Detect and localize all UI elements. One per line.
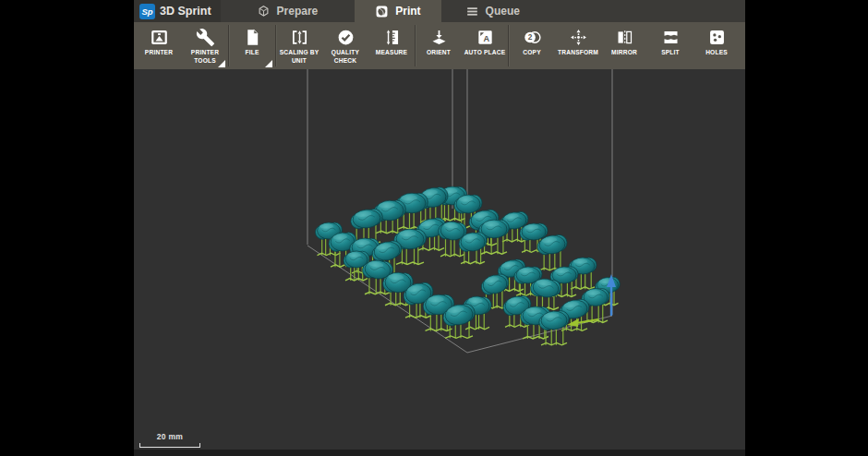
scale-bar-label: 20 mm <box>139 432 200 441</box>
tab-queue-label: Queue <box>486 5 520 18</box>
measure-button[interactable]: MEASURE <box>368 22 415 69</box>
printer-button[interactable]: PRINTER <box>136 22 182 69</box>
printer-icon <box>150 28 169 47</box>
file-button[interactable]: FILE <box>229 22 275 69</box>
tab-print-label: Print <box>395 5 420 18</box>
toolbar: PRINTERPRINTER TOOLS FILE SCALING BY UNI… <box>134 22 745 69</box>
orient-button[interactable]: ORIENT <box>416 22 462 69</box>
quality-check-button[interactable]: QUALITY CHECK <box>322 22 368 69</box>
scale-bar: 20 mm <box>139 432 200 448</box>
toolbar-button-label: SPLIT <box>661 49 680 57</box>
toolbar-button-label: PRINTER <box>145 49 173 57</box>
toolbar-button-label: COPY <box>523 49 541 57</box>
toolbar-button-label: AUTO PLACE <box>464 49 506 57</box>
mirror-button[interactable]: MIRROR <box>601 22 647 69</box>
auto-place-icon: A <box>476 28 495 47</box>
toolbar-button-label: ORIENT <box>427 49 451 57</box>
printer-tools-button[interactable]: PRINTER TOOLS <box>182 22 228 69</box>
screenshot-root: Sp 3D Sprint Prepare <box>0 0 868 456</box>
toolbar-button-label: HOLES <box>705 49 728 57</box>
dropdown-corner-icon[interactable] <box>218 60 225 67</box>
menu-icon <box>465 5 479 18</box>
orient-icon <box>429 28 449 47</box>
tab-print[interactable]: Print <box>355 0 440 22</box>
transform-icon <box>569 28 588 47</box>
build-scene <box>134 69 745 456</box>
split-button[interactable]: SPLIT <box>647 22 693 69</box>
wrench-icon <box>196 28 215 47</box>
split-icon <box>661 28 681 47</box>
scaling-by-unit-button[interactable]: SCALING BY UNIT <box>276 22 322 69</box>
toolbar-button-label: MEASURE <box>376 49 407 57</box>
measure-icon <box>382 28 402 47</box>
toolbar-button-label: SCALING BY UNIT <box>277 49 321 65</box>
viewport-3d[interactable]: 20 mm <box>134 69 745 456</box>
copy-button[interactable]: 2COPY <box>509 22 555 69</box>
scale-bar-bracket <box>139 443 200 448</box>
tab-queue[interactable]: Queue <box>454 0 531 22</box>
svg-text:2: 2 <box>527 32 532 42</box>
tab-bar: Sp 3D Sprint Prepare <box>134 0 745 22</box>
app-brand: Sp 3D Sprint <box>134 0 221 22</box>
tab-prepare-label: Prepare <box>277 5 319 18</box>
dropdown-corner-icon[interactable] <box>265 60 272 67</box>
copy-icon: 2 <box>523 28 542 47</box>
holes-icon <box>707 28 727 47</box>
auto-place-button[interactable]: AAUTO PLACE <box>462 22 508 69</box>
sphere-icon <box>375 5 389 18</box>
cube-icon <box>257 5 271 18</box>
toolbar-button-label: MIRROR <box>611 49 637 57</box>
file-icon <box>243 28 262 47</box>
quality-check-icon <box>336 28 356 47</box>
mirror-icon <box>615 28 634 47</box>
viewport-bottom-edge <box>134 450 745 456</box>
app-title: 3D Sprint <box>160 5 211 18</box>
toolbar-button-label: QUALITY CHECK <box>323 49 368 65</box>
app-logo-icon: Sp <box>139 4 155 19</box>
toolbar-button-label: TRANSFORM <box>558 49 598 57</box>
toolbar-button-label: FILE <box>245 49 259 57</box>
tab-prepare[interactable]: Prepare <box>246 0 330 22</box>
transform-button[interactable]: TRANSFORM <box>555 22 601 69</box>
holes-button[interactable]: HOLES <box>693 22 740 69</box>
app-window: Sp 3D Sprint Prepare <box>134 0 745 456</box>
scaling-icon <box>290 28 309 47</box>
svg-text:A: A <box>483 34 489 43</box>
